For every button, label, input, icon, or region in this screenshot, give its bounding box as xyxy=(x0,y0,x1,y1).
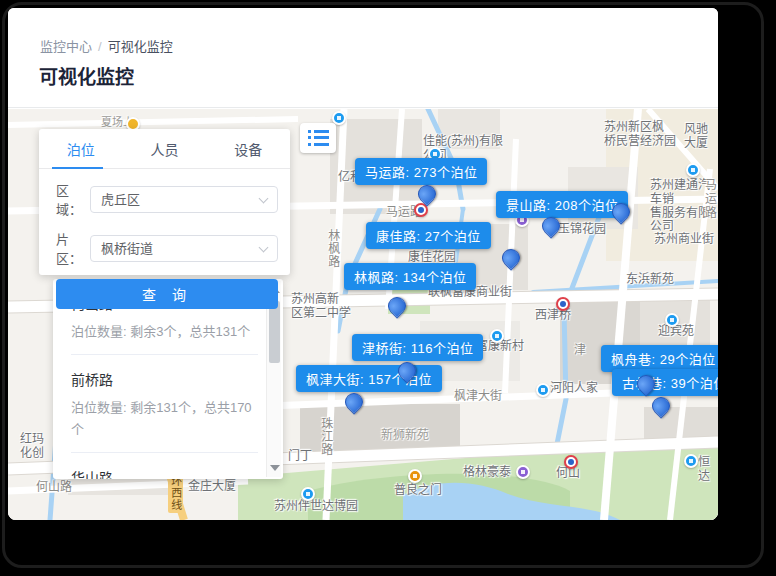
map-place-label: 苏州新区枫 桥民营经济园 xyxy=(604,121,676,149)
region-select[interactable]: 虎丘区 xyxy=(90,186,278,213)
region-select-value: 虎丘区 xyxy=(101,192,140,207)
map-canvas[interactable]: 夏场上 亿和科技 佳能(苏州)有限公司 风驰大厦 苏州新区枫 桥民营经济园 苏州… xyxy=(8,109,718,520)
tab-personnel[interactable]: 人员 xyxy=(123,129,207,168)
berth-marker-label[interactable]: 古村巷: 39个泊位 xyxy=(612,369,718,396)
map-place-label: 金庄大厦 xyxy=(188,480,236,494)
map-place-label: 河阳人家 xyxy=(550,382,598,396)
map-place-label: 玉锦花园 xyxy=(558,223,606,237)
map-layers-button[interactable] xyxy=(300,123,336,153)
map-road-label: 珠江路 xyxy=(318,417,332,456)
berth-detail: 泊位数量: 剩余131个，总共170个 xyxy=(71,397,258,440)
filter-panel: 泊位 人员 设备 区域： 虎丘区 片区： 枫桥街道 查 询 xyxy=(39,129,290,275)
area-select-value: 枫桥街道 xyxy=(101,241,153,256)
berth-marker-label[interactable]: 景山路: 208个泊位 xyxy=(496,191,628,218)
breadcrumb-root[interactable]: 监控中心 xyxy=(40,39,92,54)
map-road-label: 枫津大街 xyxy=(454,390,502,404)
scroll-down-arrow-icon[interactable] xyxy=(270,465,280,471)
map-place-label: 普良之门 xyxy=(394,484,442,498)
berth-marker-label[interactable]: 康佳路: 27个泊位 xyxy=(366,222,491,249)
map-place-label: 迎宾苑 xyxy=(658,325,694,339)
page-header: 监控中心/可视化监控 可视化监控 xyxy=(8,8,718,108)
map-road-label: 津 xyxy=(574,344,586,358)
tab-equipment[interactable]: 设备 xyxy=(206,129,290,168)
berth-marker-label[interactable]: 津桥街: 116个泊位 xyxy=(352,334,483,361)
map-place-label: 恒达 xyxy=(698,456,718,484)
app-window: 监控中心/可视化监控 可视化监控 xyxy=(8,8,718,520)
list-item[interactable]: 华山路 泊位数量: 剩余4个，总共186个 xyxy=(71,453,258,479)
area-select[interactable]: 枫桥街道 xyxy=(90,235,278,262)
area-label: 片区： xyxy=(56,229,90,267)
building-icon xyxy=(665,313,679,327)
area-row: 片区： 枫桥街道 xyxy=(56,229,278,267)
building-icon xyxy=(536,383,550,397)
berth-detail: 泊位数量: 剩余3个，总共131个 xyxy=(71,321,258,342)
map-road-label: 何山路 xyxy=(36,481,72,495)
map-place-label: 风驰大厦 xyxy=(684,123,718,151)
subway-station-icon xyxy=(564,455,578,469)
map-place-label: 格林豪泰 xyxy=(463,466,511,480)
region-row: 区域： 虎丘区 xyxy=(56,180,278,218)
map-road-label: 环西线 xyxy=(168,473,183,513)
berth-result-list: 何山路 泊位数量: 剩余3个，总共131个 前桥路 泊位数量: 剩余131个，总… xyxy=(53,279,283,479)
breadcrumb: 监控中心/可视化监控 xyxy=(40,36,173,55)
breadcrumb-separator: / xyxy=(98,39,102,54)
map-place-label: 西津桥 xyxy=(535,309,571,323)
road-name: 华山路 xyxy=(71,467,258,479)
map-road-label: 林枫路 xyxy=(325,229,339,268)
chevron-down-icon xyxy=(259,242,269,252)
berth-marker-label[interactable]: 马运路: 273个泊位 xyxy=(355,158,487,185)
museum-icon xyxy=(408,469,422,483)
active-tab-indicator xyxy=(52,167,103,169)
region-label: 区域： xyxy=(56,180,90,218)
scrollbar-thumb[interactable] xyxy=(269,301,280,363)
list-icon xyxy=(314,130,329,146)
query-button[interactable]: 查 询 xyxy=(56,279,278,309)
map-place-label: 苏州高新 区第二中学 xyxy=(291,293,351,321)
chevron-down-icon xyxy=(259,193,269,203)
page-title: 可视化监控 xyxy=(39,62,134,89)
map-place-label: 苏州商业街 xyxy=(654,233,714,247)
breadcrumb-current: 可视化监控 xyxy=(108,39,173,54)
berth-marker-label[interactable]: 林枫路: 134个泊位 xyxy=(344,263,476,290)
map-road-label: 马运路 xyxy=(705,179,718,220)
hotel-icon xyxy=(516,465,530,479)
list-scrollbar[interactable] xyxy=(266,281,281,477)
list-icon xyxy=(308,130,311,146)
map-place-label: 红玛 化创 xyxy=(20,433,44,461)
list-item[interactable]: 前桥路 泊位数量: 剩余131个，总共170个 xyxy=(71,355,258,453)
building-icon xyxy=(490,329,504,343)
berth-marker-label[interactable]: 枫舟巷: 29个泊位 xyxy=(601,345,718,372)
building-icon xyxy=(684,454,698,468)
subway-station-icon xyxy=(556,297,570,311)
tab-bar: 泊位 人员 设备 xyxy=(39,129,290,169)
tab-berth[interactable]: 泊位 xyxy=(39,129,123,168)
list-content: 何山路 泊位数量: 剩余3个，总共131个 前桥路 泊位数量: 剩余131个，总… xyxy=(71,279,258,479)
map-place-label: 苏州伴世达博园 xyxy=(274,500,358,514)
berth-marker-label[interactable]: 枫津大街: 157个泊位 xyxy=(296,365,442,392)
building-icon xyxy=(686,163,700,177)
building-icon xyxy=(301,487,315,501)
map-place-label: 东浜新苑 xyxy=(626,273,674,287)
road-name: 前桥路 xyxy=(71,369,258,389)
map-place-label: 门丁 xyxy=(288,450,312,464)
map-place-label: 新狮新苑 xyxy=(381,429,429,443)
map-place-label: 何山 xyxy=(556,467,580,481)
